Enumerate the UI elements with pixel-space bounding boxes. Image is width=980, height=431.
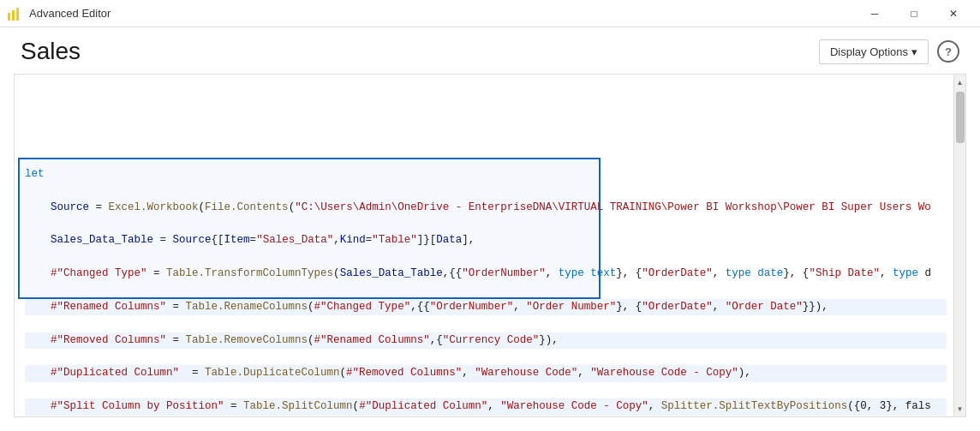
display-options-label: Display Options: [830, 45, 908, 58]
minimize-button[interactable]: ─: [855, 0, 894, 27]
code-area: let Source = Excel.Workbook(File.Content…: [15, 148, 953, 417]
line-5: #"Renamed Columns" = Table.RenameColumns…: [25, 299, 947, 315]
svg-rect-2: [16, 8, 19, 21]
powerbi-logo-icon: [7, 6, 22, 21]
line-4: #"Changed Type" = Table.TransformColumnT…: [25, 266, 947, 282]
line-8: #"Split Column by Position" = Table.Spli…: [25, 398, 947, 415]
svg-rect-1: [12, 10, 15, 21]
editor-content[interactable]: let Source = Excel.Workbook(File.Content…: [15, 75, 953, 416]
display-options-button[interactable]: Display Options ▾: [819, 39, 929, 64]
line-6: #"Removed Columns" = Table.RemoveColumns…: [25, 332, 947, 349]
header-right: Display Options ▾ ?: [819, 39, 959, 64]
svg-rect-0: [8, 13, 10, 21]
editor-container: let Source = Excel.Workbook(File.Content…: [14, 74, 966, 417]
line-2: Source = Excel.Workbook(File.Contents("C…: [25, 200, 947, 216]
close-button[interactable]: ✕: [934, 0, 973, 27]
title-bar: Advanced Editor ─ □ ✕: [0, 0, 980, 27]
line-1: let: [25, 166, 947, 183]
scrollbar-track: ▲ ▼: [953, 75, 965, 416]
help-button[interactable]: ?: [937, 40, 959, 63]
line-3: Sales_Data_Table = Source{[Item="Sales_D…: [25, 232, 947, 248]
scroll-down-button[interactable]: ▼: [954, 403, 966, 415]
title-bar-controls: ─ □ ✕: [855, 0, 973, 27]
scroll-up-icon: ▲: [957, 79, 964, 87]
title-bar-left: Advanced Editor: [7, 6, 111, 21]
scroll-up-button[interactable]: ▲: [954, 76, 966, 88]
minimize-icon: ─: [871, 8, 879, 20]
page-title: Sales: [21, 38, 81, 65]
line-7: #"Duplicated Column" = Table.DuplicateCo…: [25, 365, 947, 381]
header-area: Sales Display Options ▾ ?: [0, 27, 980, 74]
close-icon: ✕: [949, 8, 958, 20]
help-icon: ?: [945, 45, 952, 58]
maximize-button[interactable]: □: [894, 0, 934, 27]
scrollbar-thumb[interactable]: [956, 92, 965, 143]
scroll-down-icon: ▼: [957, 405, 964, 413]
maximize-icon: □: [911, 8, 917, 20]
chevron-down-icon: ▾: [911, 45, 917, 58]
title-bar-title: Advanced Editor: [29, 7, 111, 20]
